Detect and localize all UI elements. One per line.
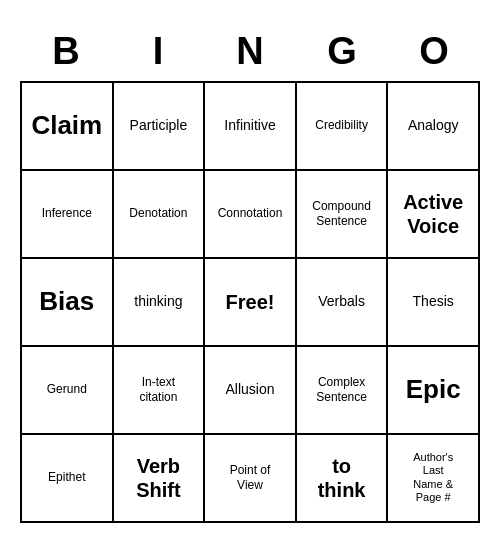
- cell-content: Infinitive: [224, 117, 275, 134]
- cell-content: Thesis: [413, 293, 454, 310]
- bingo-cell-r4-c0: Epithet: [22, 435, 114, 523]
- bingo-cell-r3-c0: Gerund: [22, 347, 114, 435]
- bingo-cell-r3-c4: Epic: [388, 347, 480, 435]
- cell-content: Credibility: [315, 118, 368, 132]
- bingo-cell-r4-c3: tothink: [297, 435, 389, 523]
- bingo-cell-r1-c1: Denotation: [114, 171, 206, 259]
- cell-content: Epithet: [48, 470, 85, 484]
- bingo-cell-r0-c0: Claim: [22, 83, 114, 171]
- bingo-header: BINGO: [20, 22, 480, 81]
- cell-content: Inference: [42, 206, 92, 220]
- cell-content: Verbals: [318, 293, 365, 310]
- cell-content: tothink: [318, 454, 366, 502]
- bingo-cell-r0-c3: Credibility: [297, 83, 389, 171]
- cell-content: CompoundSentence: [312, 199, 371, 228]
- bingo-cell-r2-c0: Bias: [22, 259, 114, 347]
- bingo-cell-r2-c4: Thesis: [388, 259, 480, 347]
- bingo-grid: ClaimParticipleInfinitiveCredibilityAnal…: [20, 81, 480, 523]
- cell-content: In-textcitation: [139, 375, 177, 404]
- cell-content: Participle: [130, 117, 188, 134]
- bingo-cell-r4-c2: Point ofView: [205, 435, 297, 523]
- cell-content: VerbShift: [136, 454, 180, 502]
- cell-content: Point ofView: [230, 463, 271, 492]
- bingo-cell-r1-c4: ActiveVoice: [388, 171, 480, 259]
- bingo-cell-r3-c2: Allusion: [205, 347, 297, 435]
- cell-content: ComplexSentence: [316, 375, 367, 404]
- bingo-card: BINGO ClaimParticipleInfinitiveCredibili…: [20, 22, 480, 523]
- bingo-cell-r4-c1: VerbShift: [114, 435, 206, 523]
- cell-content: Bias: [39, 286, 94, 317]
- cell-content: ActiveVoice: [403, 190, 463, 238]
- header-letter: N: [204, 22, 296, 81]
- bingo-cell-r1-c0: Inference: [22, 171, 114, 259]
- bingo-cell-r3-c3: ComplexSentence: [297, 347, 389, 435]
- bingo-cell-r0-c4: Analogy: [388, 83, 480, 171]
- cell-content: thinking: [134, 293, 182, 310]
- cell-content: Claim: [31, 110, 102, 141]
- bingo-cell-r0-c1: Participle: [114, 83, 206, 171]
- cell-content: Analogy: [408, 117, 459, 134]
- cell-content: Author'sLastName &Page #: [413, 451, 453, 504]
- bingo-cell-r4-c4: Author'sLastName &Page #: [388, 435, 480, 523]
- cell-content: Allusion: [225, 381, 274, 398]
- header-letter: B: [20, 22, 112, 81]
- bingo-cell-r2-c1: thinking: [114, 259, 206, 347]
- bingo-cell-r2-c3: Verbals: [297, 259, 389, 347]
- bingo-cell-r1-c3: CompoundSentence: [297, 171, 389, 259]
- cell-content: Epic: [406, 374, 461, 405]
- cell-content: Gerund: [47, 382, 87, 396]
- header-letter: G: [296, 22, 388, 81]
- header-letter: O: [388, 22, 480, 81]
- header-letter: I: [112, 22, 204, 81]
- bingo-cell-r3-c1: In-textcitation: [114, 347, 206, 435]
- bingo-cell-r0-c2: Infinitive: [205, 83, 297, 171]
- cell-content: Denotation: [129, 206, 187, 220]
- bingo-cell-r1-c2: Connotation: [205, 171, 297, 259]
- cell-content: Free!: [226, 290, 275, 314]
- bingo-cell-r2-c2: Free!: [205, 259, 297, 347]
- cell-content: Connotation: [218, 206, 283, 220]
